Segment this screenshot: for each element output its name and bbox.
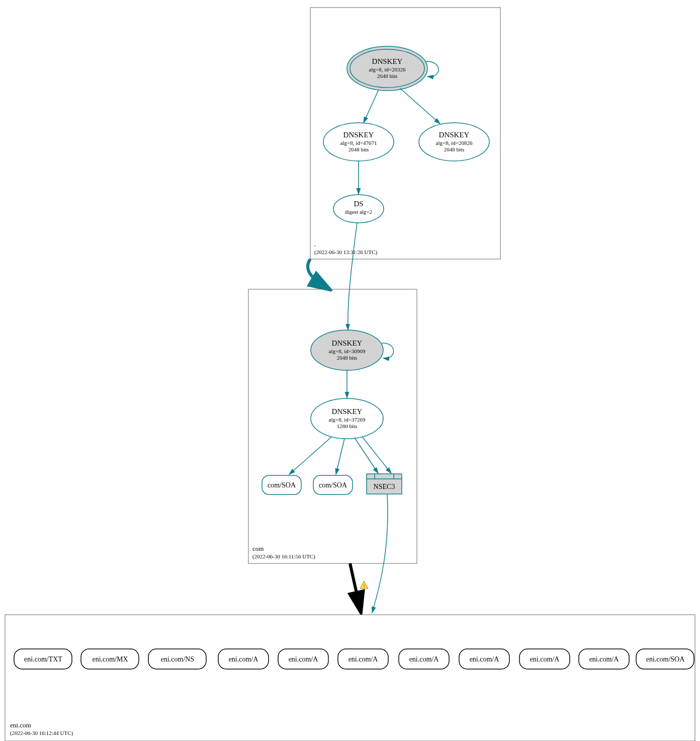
eni-record-8: eni.com/A xyxy=(519,649,570,669)
svg-text:DNSKEY: DNSKEY xyxy=(343,131,374,139)
node-com-zsk: DNSKEY alg=8, id=37269 1280 bits xyxy=(311,398,383,439)
zone-name-eni: eni.com xyxy=(10,721,31,729)
eni-record-3: eni.com/A xyxy=(218,649,269,669)
eni-record-7: eni.com/A xyxy=(459,649,509,669)
svg-text:alg=8, id=37269: alg=8, id=37269 xyxy=(329,417,366,423)
zone-time-com: (2022-06-30 16:11:56 UTC) xyxy=(252,553,315,560)
node-com-soa2: com/SOA xyxy=(313,475,353,495)
eni-record-1: eni.com/MX xyxy=(81,649,139,669)
node-root-ksk: DNSKEY alg=8, id=20326 2048 bits xyxy=(347,46,427,91)
node-com-nsec3: NSEC3 xyxy=(367,474,402,494)
svg-text:alg=8, id=47671: alg=8, id=47671 xyxy=(340,140,377,146)
node-root-zsk2: DNSKEY alg=8, id=20826 2048 bits xyxy=(419,123,489,161)
svg-text:alg=8, id=20326: alg=8, id=20326 xyxy=(369,66,406,72)
eni-record-6: eni.com/A xyxy=(399,649,449,669)
svg-text:NSEC3: NSEC3 xyxy=(374,483,395,490)
node-root-ds: DS digest alg=2 xyxy=(333,195,384,223)
svg-text:eni.com/A: eni.com/A xyxy=(409,655,440,663)
eni-record-0: eni.com/TXT xyxy=(14,649,72,669)
edge-nsec3-to-eni xyxy=(372,494,388,613)
svg-text:DS: DS xyxy=(354,200,363,208)
svg-text:com/SOA: com/SOA xyxy=(319,481,347,489)
svg-text:!: ! xyxy=(364,584,365,589)
svg-text:DNSKEY: DNSKEY xyxy=(332,407,363,416)
svg-text:DNSKEY: DNSKEY xyxy=(332,339,363,347)
zone-name-com: com xyxy=(252,545,264,552)
eni-record-10: eni.com/SOA xyxy=(636,649,694,669)
svg-text:2048 bits: 2048 bits xyxy=(348,146,369,152)
svg-text:eni.com/A: eni.com/A xyxy=(229,655,259,663)
node-com-ksk: DNSKEY alg=8, id=30909 2048 bits xyxy=(311,330,383,370)
zone-box-eni xyxy=(5,615,695,741)
svg-text:2048 bits: 2048 bits xyxy=(444,146,465,152)
warning-icon: ! xyxy=(360,581,368,589)
zone-time-root: (2022-06-30 13:31:26 UTC) xyxy=(314,249,378,256)
svg-text:DNSKEY: DNSKEY xyxy=(372,57,403,65)
eni-record-2: eni.com/NS xyxy=(148,649,206,669)
svg-text:2048 bits: 2048 bits xyxy=(337,355,358,361)
svg-text:eni.com/TXT: eni.com/TXT xyxy=(24,655,62,663)
svg-text:eni.com/A: eni.com/A xyxy=(348,655,379,663)
edge-comzsk-nsec3a xyxy=(355,438,378,473)
edge-rootksk-zsk1 xyxy=(364,90,379,123)
svg-text:eni.com/SOA: eni.com/SOA xyxy=(646,655,685,663)
eni-record-5: eni.com/A xyxy=(338,649,388,669)
eni-record-4: eni.com/A xyxy=(278,649,328,669)
edge-com-to-eni xyxy=(350,563,360,609)
svg-text:alg=8, id=30909: alg=8, id=30909 xyxy=(329,348,366,354)
svg-text:eni.com/A: eni.com/A xyxy=(589,655,620,663)
edge-comzsk-soa1 xyxy=(289,437,332,474)
svg-text:com/SOA: com/SOA xyxy=(268,481,296,489)
zone-time-eni: (2022-06-30 16:12:44 UTC) xyxy=(10,730,73,736)
svg-text:digest alg=2: digest alg=2 xyxy=(345,209,372,215)
eni-record-9: eni.com/A xyxy=(579,649,629,669)
node-com-soa1: com/SOA xyxy=(262,475,301,495)
svg-text:eni.com/A: eni.com/A xyxy=(289,655,319,663)
svg-text:DNSKEY: DNSKEY xyxy=(439,131,470,139)
svg-text:alg=8, id=20826: alg=8, id=20826 xyxy=(436,140,473,146)
svg-text:1280 bits: 1280 bits xyxy=(337,423,358,429)
svg-text:eni.com/NS: eni.com/NS xyxy=(161,655,195,663)
svg-text:eni.com/A: eni.com/A xyxy=(530,655,560,663)
edge-root-to-com xyxy=(308,259,327,288)
edge-comzsk-soa2 xyxy=(336,439,344,474)
svg-text:2048 bits: 2048 bits xyxy=(377,73,398,79)
svg-text:eni.com/A: eni.com/A xyxy=(470,655,500,663)
zone-name-root: . xyxy=(314,240,316,248)
node-root-zsk1: DNSKEY alg=8, id=47671 2048 bits xyxy=(323,123,394,161)
edge-rootksk-zsk2 xyxy=(400,88,440,124)
edge-ds-to-comksk xyxy=(348,223,357,330)
svg-text:eni.com/MX: eni.com/MX xyxy=(92,655,128,663)
